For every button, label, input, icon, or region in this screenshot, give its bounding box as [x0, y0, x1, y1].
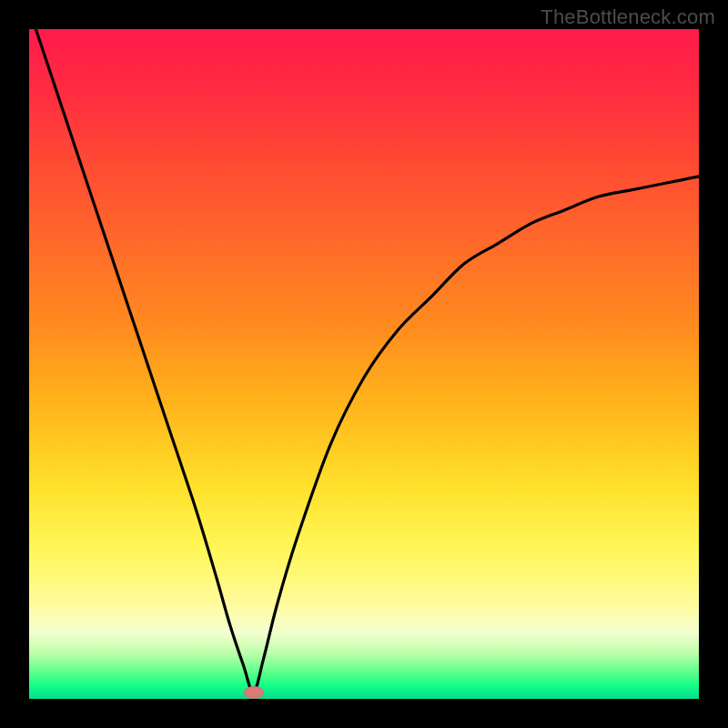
- chart-frame: TheBottleneck.com: [0, 0, 728, 728]
- watermark-text: TheBottleneck.com: [541, 5, 715, 29]
- bottleneck-curve: [35, 29, 699, 693]
- curve-svg: [29, 29, 699, 699]
- optimal-point-marker: [244, 686, 264, 699]
- plot-area: [29, 29, 699, 699]
